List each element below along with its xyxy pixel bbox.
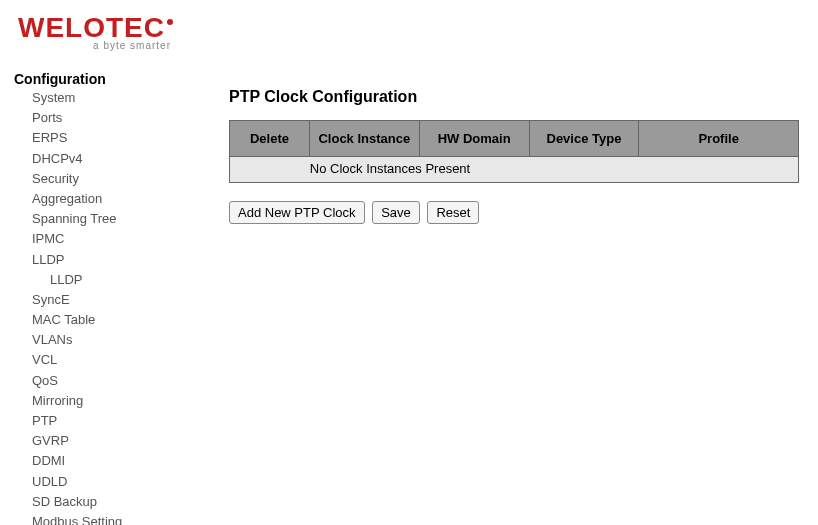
sidebar-item-dhcpv4[interactable]: DHCPv4 bbox=[14, 149, 189, 169]
sidebar-item-erps[interactable]: ERPS bbox=[14, 128, 189, 148]
sidebar-item-ipmc[interactable]: IPMC bbox=[14, 229, 189, 249]
sidebar-item-modbus-setting[interactable]: Modbus Setting bbox=[14, 512, 189, 525]
sidebar-subitem-lldp[interactable]: LLDP bbox=[14, 270, 189, 290]
add-new-ptp-clock-button[interactable]: Add New PTP Clock bbox=[229, 201, 365, 224]
sidebar-item-sd-backup[interactable]: SD Backup bbox=[14, 492, 189, 512]
sidebar-item-synce[interactable]: SyncE bbox=[14, 290, 189, 310]
th-profile: Profile bbox=[639, 121, 799, 157]
sidebar-item-lldp[interactable]: LLDP bbox=[14, 250, 189, 270]
sidebar-item-gvrp[interactable]: GVRP bbox=[14, 431, 189, 451]
th-device-type: Device Type bbox=[529, 121, 639, 157]
ptp-clock-table: Delete Clock Instance HW Domain Device T… bbox=[229, 120, 799, 183]
sidebar-item-aggregation[interactable]: Aggregation bbox=[14, 189, 189, 209]
sidebar-item-spanning-tree[interactable]: Spanning Tree bbox=[14, 209, 189, 229]
sidebar-item-vlans[interactable]: VLANs bbox=[14, 330, 189, 350]
sidebar-item-ports[interactable]: Ports bbox=[14, 108, 189, 128]
sidebar-item-mac-table[interactable]: MAC Table bbox=[14, 310, 189, 330]
sidebar-item-ptp[interactable]: PTP bbox=[14, 411, 189, 431]
table-empty-row: No Clock Instances Present bbox=[230, 157, 799, 183]
button-row: Add New PTP Clock Save Reset bbox=[229, 201, 804, 224]
th-delete: Delete bbox=[230, 121, 310, 157]
th-hw-domain: HW Domain bbox=[419, 121, 529, 157]
page-title: PTP Clock Configuration bbox=[229, 88, 804, 106]
logo-dot bbox=[167, 19, 173, 25]
main-content: PTP Clock Configuration Delete Clock Ins… bbox=[189, 70, 804, 525]
logo-area: WELOTEC a byte smarter bbox=[0, 0, 818, 60]
sidebar-item-mirroring[interactable]: Mirroring bbox=[14, 391, 189, 411]
sidebar-item-qos[interactable]: QoS bbox=[14, 371, 189, 391]
table-empty-message: No Clock Instances Present bbox=[300, 161, 480, 178]
save-button[interactable]: Save bbox=[372, 201, 420, 224]
sidebar-item-vcl[interactable]: VCL bbox=[14, 350, 189, 370]
sidebar-section-configuration[interactable]: Configuration bbox=[14, 70, 189, 88]
sidebar-item-security[interactable]: Security bbox=[14, 169, 189, 189]
reset-button[interactable]: Reset bbox=[427, 201, 479, 224]
sidebar-item-ddmi[interactable]: DDMI bbox=[14, 451, 189, 471]
sidebar-item-system[interactable]: System bbox=[14, 88, 189, 108]
sidebar: Configuration System Ports ERPS DHCPv4 S… bbox=[14, 70, 189, 525]
sidebar-item-udld[interactable]: UDLD bbox=[14, 472, 189, 492]
th-clock-instance: Clock Instance bbox=[309, 121, 419, 157]
